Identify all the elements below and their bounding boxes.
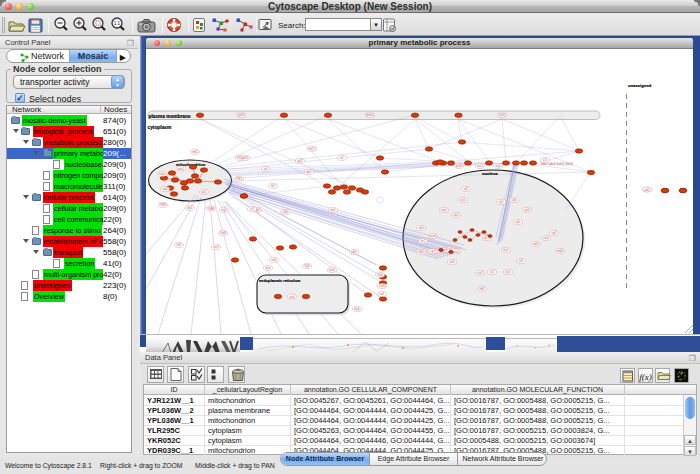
svg-text:mcm1: mcm1	[429, 234, 437, 238]
svg-text:qcr2: qcr2	[201, 190, 207, 194]
svg-text:qdr1: qdr1	[306, 170, 312, 174]
svg-text:erg2: erg2	[495, 164, 501, 168]
svg-text:endoplasmic reticulum: endoplasmic reticulum	[259, 279, 301, 283]
svg-text:tdh3: tdh3	[418, 250, 424, 254]
svg-text:atp4: atp4	[162, 187, 168, 191]
svg-text:sec6: sec6	[289, 295, 295, 299]
svg-text:pgk1: pgk1	[351, 250, 357, 254]
svg-text:hxt17: hxt17	[309, 147, 316, 151]
svg-text:sir2: sir2	[490, 270, 495, 274]
svg-text:del1: del1	[188, 206, 193, 210]
svg-text:mrps: mrps	[159, 172, 165, 176]
svg-text:nucleus: nucleus	[482, 171, 498, 176]
svg-text:rpc4: rpc4	[505, 270, 511, 274]
svg-text:swi5: swi5	[418, 226, 424, 230]
svg-text:pdr12: pdr12	[242, 156, 249, 160]
svg-text:pho8: pho8	[456, 164, 462, 168]
svg-text:f(x): f(x)	[639, 372, 652, 382]
svg-text:tup1: tup1	[551, 231, 557, 235]
svg-text:icl2: icl2	[543, 158, 547, 162]
svg-text:cdc2: cdc2	[453, 213, 459, 217]
svg-text:sec5: sec5	[477, 164, 483, 168]
svg-text:(pma1): (pma1)	[366, 113, 374, 117]
svg-text:cse2: cse2	[477, 271, 483, 275]
svg-text:1x5w: 1x5w	[379, 284, 385, 288]
svg-text:orc2: orc2	[420, 239, 426, 243]
svg-text:plasma membrane: plasma membrane	[149, 114, 191, 119]
svg-text:srb4: srb4	[511, 198, 517, 202]
svg-text:YGR0: YGR0	[207, 207, 215, 211]
svg-text:f1b3: f1b3	[304, 264, 310, 268]
svg-text:erg2: erg2	[221, 208, 227, 212]
svg-text:1:1: 1:1	[114, 21, 121, 26]
svg-text:nop1: nop1	[441, 208, 447, 212]
svg-text:cytoplasm: cytoplasm	[148, 125, 172, 130]
svg-text:gal2: gal2	[298, 159, 303, 163]
svg-text:unassigned: unassigned	[628, 83, 652, 88]
svg-text:tpo1: tpo1	[330, 208, 336, 212]
svg-text:tat2: tat2	[380, 292, 385, 296]
svg-text:cyc8: cyc8	[430, 249, 436, 253]
svg-text:2nd3: 2nd3	[220, 231, 226, 235]
svg-text:(hxt5): (hxt5)	[499, 113, 506, 117]
svg-text:YKR1: YKR1	[160, 203, 167, 207]
svg-text:rpl2: rpl2	[464, 187, 469, 191]
svg-text:spt1: spt1	[516, 220, 521, 224]
svg-text:cmk1: cmk1	[192, 150, 199, 154]
svg-text:thi7: thi7	[271, 184, 276, 188]
svg-text:med2: med2	[557, 249, 564, 253]
svg-text:rgr1: rgr1	[499, 200, 504, 204]
svg-text:htb1: htb1	[479, 287, 485, 291]
svg-text:itr1: itr1	[340, 156, 344, 160]
svg-text:hta2: hta2	[503, 248, 509, 252]
svg-text:eno2: eno2	[453, 250, 459, 254]
svg-text:c2b4: c2b4	[282, 210, 288, 214]
svg-text:gal4: gal4	[525, 208, 530, 212]
svg-text:icl1: icl1	[250, 207, 254, 211]
svg-text:unk1: unk1	[644, 188, 650, 192]
svg-text:ste6: ste6	[272, 258, 277, 262]
svg-text:atr1: atr1	[264, 167, 269, 171]
svg-text:bna1: bna1	[178, 167, 184, 171]
svg-text:ssn6: ssn6	[543, 236, 549, 240]
svg-text:mito: mito	[266, 266, 271, 270]
svg-text:adh1: adh1	[533, 242, 539, 246]
svg-text:be4j: be4j	[355, 307, 360, 311]
svg-text:sec9: sec9	[213, 245, 219, 249]
svg-text:(pdr5): (pdr5)	[238, 113, 245, 117]
svg-text:rps4: rps4	[460, 198, 466, 202]
svg-text:vac8: vac8	[329, 268, 335, 272]
svg-text:5nd2: 5nd2	[377, 273, 383, 277]
svg-text:YNL2: YNL2	[236, 177, 243, 181]
svg-text:taf5: taf5	[519, 259, 524, 263]
svg-text:rad5: rad5	[449, 260, 455, 264]
svg-text:5nf1: 5nf1	[176, 243, 182, 247]
